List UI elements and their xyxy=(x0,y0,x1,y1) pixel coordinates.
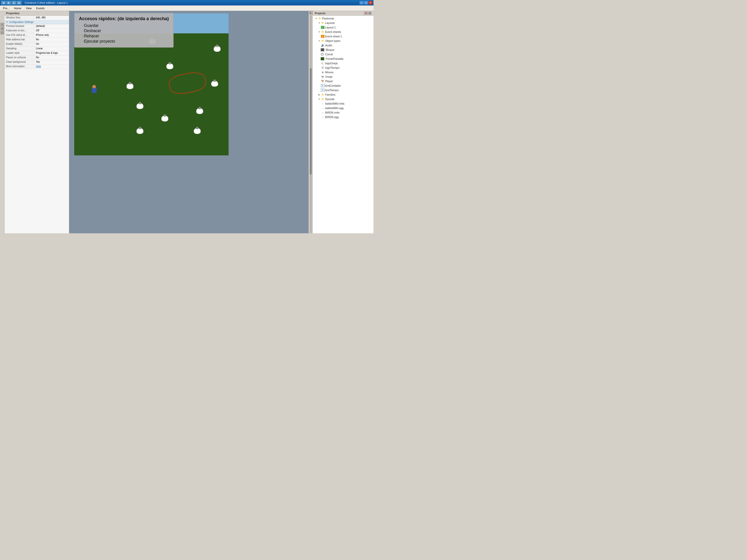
prop-value-3[interactable]: No xyxy=(34,37,69,42)
tooltip-item-2: ·Rehacer xyxy=(83,34,169,39)
mouse-icon: 🖱 xyxy=(321,71,325,74)
folder-icon-families: 📁 xyxy=(321,93,325,96)
tree-item-corral[interactable]: Corral xyxy=(313,52,374,56)
prop-value-5[interactable]: Linear xyxy=(34,47,69,51)
tree-label-families: Families xyxy=(325,93,335,96)
projects-close-btn[interactable]: ✕ xyxy=(368,12,371,15)
tree-toggle-families[interactable]: ▶ xyxy=(318,93,321,96)
sheep-10 xyxy=(194,128,201,134)
tree-toggle-sounds[interactable]: ▼ xyxy=(318,98,321,101)
prop-value-6[interactable]: Progress bar & logo xyxy=(34,51,69,55)
prop-window-size-label: Window Size xyxy=(4,16,34,20)
tree-item-textcontador[interactable]: T textContador xyxy=(313,83,374,88)
maximize-button[interactable]: □ xyxy=(364,1,368,4)
tree-item-audio[interactable]: 🔊 Audio xyxy=(313,43,374,48)
tooltip-item-0: ·Guardar xyxy=(83,23,169,28)
menu-events[interactable]: Events xyxy=(34,6,47,10)
tree-item-balidowav-m4a[interactable]: ♪ balidoWAV.m4a xyxy=(313,101,374,106)
prop-more-info-label: More information xyxy=(4,65,34,69)
sound-icon-2: ♪ xyxy=(321,106,325,110)
toolbar-icon-back[interactable]: ◀ xyxy=(1,1,6,5)
tree-item-bird8-ogg[interactable]: ♪ BIRD8.ogg xyxy=(313,115,374,119)
projects-pin-btn[interactable]: 📌 xyxy=(364,12,367,15)
prop-value-2[interactable]: iPhone only xyxy=(34,33,69,37)
main-layout: + ≡ □ Properties Window Size 640, 480 ▼ … xyxy=(0,11,374,233)
tree-item-families[interactable]: ▶ 📁 Families xyxy=(313,93,374,97)
logooveja-icon: 🐑 xyxy=(321,61,325,65)
menu-view[interactable]: View xyxy=(24,6,34,10)
sheep-8 xyxy=(161,116,168,122)
sheep-2 xyxy=(214,46,221,52)
prop-help-link[interactable]: Help xyxy=(34,65,69,69)
prop-value-0[interactable]: (default) xyxy=(34,24,69,28)
tree-label-mouse: Mouse xyxy=(325,71,333,74)
sidebar-icon-2[interactable]: ≡ xyxy=(0,27,4,30)
tree-item-mouse[interactable]: 🖱 Mouse xyxy=(313,70,374,74)
prop-section-config: ▼ Configuration Settings xyxy=(4,20,69,24)
tree-item-pastorear[interactable]: ▼ 📁 Pastorear xyxy=(313,16,374,21)
menu-pro[interactable]: Pro... xyxy=(1,6,11,10)
prop-value-1[interactable]: Off xyxy=(34,29,69,33)
audio-icon: 🔊 xyxy=(321,44,325,47)
tooltip-popup: Accesos rápidos: (de izquierda a derecha… xyxy=(74,13,174,48)
tree-toggle-layouts[interactable]: ▼ xyxy=(318,21,321,24)
tree-label-bloque: Bloque xyxy=(326,48,334,51)
tree-item-oveja[interactable]: 🐏 Oveja xyxy=(313,74,374,79)
toolbar-icon-stop[interactable]: ■ xyxy=(11,1,17,5)
tree-label-sounds: Sounds xyxy=(325,98,334,101)
tree-item-objecttypes[interactable]: ▼ 📁 Object types xyxy=(313,39,374,43)
tree-item-fondo[interactable]: FondoPantalla xyxy=(313,56,374,61)
tree-label-objecttypes: Object types xyxy=(325,39,340,42)
tooltip-item-3: ·Ejecutar proyecto xyxy=(83,39,169,44)
sidebar-icon-3[interactable]: □ xyxy=(0,31,4,34)
prop-value-4[interactable]: On xyxy=(34,42,69,46)
projects-tree[interactable]: ▼ 📁 Pastorear ▼ 📁 Layouts L Layout 1 xyxy=(313,16,374,233)
sidebar-icon-1[interactable]: + xyxy=(0,23,4,26)
sound-icon-1: ♪ xyxy=(321,102,325,105)
tree-item-bloque[interactable]: Bloque xyxy=(313,48,374,52)
tree-item-eventsheets[interactable]: ▼ 📁 Event sheets xyxy=(313,30,374,34)
tree-label-logotiempo: logoTiempo xyxy=(325,66,339,69)
tree-toggle-objecttypes[interactable]: ▼ xyxy=(318,39,321,42)
scroll-thumb-vertical[interactable] xyxy=(310,68,312,175)
prop-section-collapse[interactable]: ▼ xyxy=(6,21,8,23)
tree-item-texttiempo[interactable]: T textTiempo xyxy=(313,88,374,93)
textcontador-icon: T xyxy=(321,84,325,87)
sheep-4 xyxy=(211,81,218,87)
tree-toggle-eventsheets[interactable]: ▼ xyxy=(318,30,321,33)
prop-label-8: Clear background xyxy=(4,60,34,64)
prop-window-size: Window Size 640, 480 xyxy=(4,16,69,20)
tree-item-sounds[interactable]: ▼ 📁 Sounds xyxy=(313,97,374,101)
tree-item-balidowav-ogg[interactable]: ♪ balidoWAV.ogg xyxy=(313,106,374,110)
folder-icon-pastorear: 📁 xyxy=(318,17,322,20)
tree-label-audio: Audio xyxy=(325,44,332,47)
tooltip-item-1: ·Deshacer xyxy=(83,29,169,33)
oveja-icon: 🐏 xyxy=(321,75,325,78)
tree-label-logooveja: logoOveja xyxy=(325,62,338,65)
minimize-button[interactable]: ─ xyxy=(360,1,364,4)
tree-item-eventsheet1[interactable]: E Event sheet 1 xyxy=(313,34,374,39)
tree-toggle-pastorear[interactable]: ▼ xyxy=(315,17,318,20)
menu-home[interactable]: Home xyxy=(12,6,23,10)
tree-item-layout1[interactable]: L Layout 1 xyxy=(313,25,374,30)
tree-item-player[interactable]: 🐕 Player xyxy=(313,79,374,83)
tree-item-layouts[interactable]: ▼ 📁 Layouts xyxy=(313,21,374,25)
properties-header: Properties xyxy=(4,11,69,16)
tree-item-logooveja[interactable]: 🐑 logoOveja xyxy=(313,61,374,66)
sound-icon-4: ♪ xyxy=(321,115,325,119)
toolbar-icon-play[interactable]: ▶ xyxy=(17,1,22,5)
prop-value-7[interactable]: No xyxy=(34,55,69,60)
tree-item-logotiempo[interactable]: ⏱ logoTiempo xyxy=(313,66,374,70)
folder-icon-sounds: 📁 xyxy=(321,97,325,101)
prop-value-8[interactable]: Yes xyxy=(34,60,69,64)
folder-icon-layouts: 📁 xyxy=(321,21,325,25)
sheep-6 xyxy=(136,103,144,109)
tree-label-eventsheets: Event sheets xyxy=(325,30,341,33)
toolbar-icon-forward[interactable]: ▶ xyxy=(6,1,11,5)
tree-item-bird8-m4a[interactable]: ♪ BIRD8.m4a xyxy=(313,110,374,115)
close-button[interactable]: ✕ xyxy=(368,1,372,4)
player-sprite xyxy=(92,87,97,93)
tree-label-bird8-ogg: BIRD8.ogg xyxy=(325,116,339,119)
prop-section-label: Configuration Settings xyxy=(9,21,33,23)
scroll-up-arrow[interactable]: ▲ xyxy=(309,11,312,15)
